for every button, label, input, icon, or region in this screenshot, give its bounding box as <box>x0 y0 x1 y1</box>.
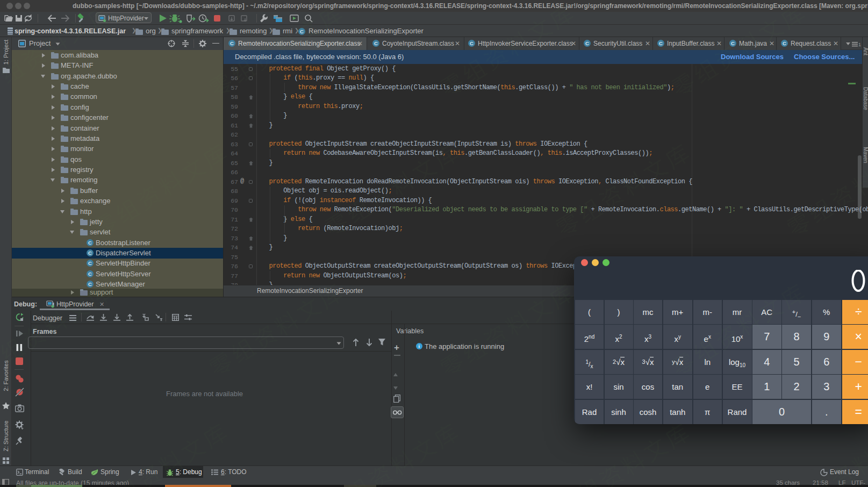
svg-text:1: 1 <box>858 42 861 47</box>
